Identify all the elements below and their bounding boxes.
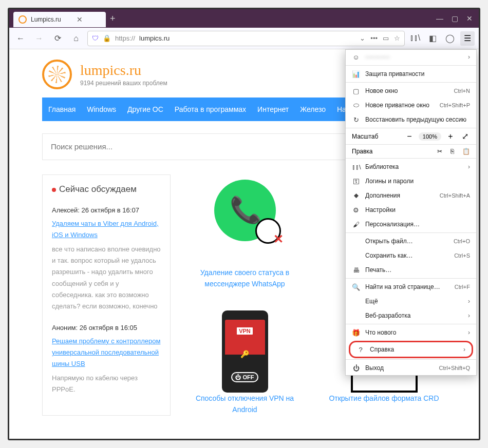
close-window-icon[interactable]: ✕ xyxy=(466,14,473,23)
comment-text: Напрямую по кабелю через PPPoE. xyxy=(52,373,161,395)
discuss-heading: Сейчас обсуждаем xyxy=(52,184,161,194)
chart-icon: 📊 xyxy=(352,70,360,78)
nav-item[interactable]: Интернет xyxy=(257,105,289,113)
zoom-value[interactable]: 100% xyxy=(419,132,441,141)
sidebar-icon[interactable]: ◧ xyxy=(426,33,439,43)
restore-icon: ↻ xyxy=(352,116,360,124)
new-tab-button[interactable]: + xyxy=(110,13,116,24)
comment-link[interactable]: Решаем проблему с контроллером универсал… xyxy=(52,337,160,367)
menu-logins[interactable]: ⚿Логины и пароли xyxy=(346,174,476,188)
back-button[interactable]: ← xyxy=(13,31,28,46)
search-icon: 🔍 xyxy=(352,283,360,291)
library-icon[interactable]: ⫿⫿\ xyxy=(409,33,421,43)
help-icon: ? xyxy=(356,346,365,354)
zoom-out-button[interactable]: − xyxy=(404,132,415,141)
article-title: Удаление своего статуса в мессенджере Wh… xyxy=(183,267,307,290)
comment-meta: Аноним: 26 октября в 16:05 xyxy=(52,322,161,334)
nav-item[interactable]: Железо xyxy=(300,105,326,113)
menu-help[interactable]: ?Справка› xyxy=(350,342,472,357)
menu-new-window[interactable]: ▢Новое окноCtrl+N xyxy=(346,84,476,98)
menu-more[interactable]: Ещё› xyxy=(346,294,476,308)
menu-edit: Правка ✂ ⎘ 📋 xyxy=(346,146,476,157)
home-button[interactable]: ⌂ xyxy=(69,31,83,46)
menu-zoom: Масштаб − 100% + ⤢ xyxy=(346,129,476,143)
close-icon[interactable]: ✕ xyxy=(77,15,83,24)
discussion-sidebar: Сейчас обсуждаем Алексей: 26 октября в 1… xyxy=(42,174,171,416)
print-icon: 🖶 xyxy=(352,266,360,274)
chevron-down-icon[interactable]: ⌄ xyxy=(360,34,365,42)
browser-window: Lumpics.ru ✕ + — ▢ ✕ ← → ⟳ ⌂ 🛡 🔒 https:/… xyxy=(8,8,480,440)
phone-vpn-icon: VPN🔑⏻ OFF xyxy=(222,310,268,393)
nav-item[interactable]: Главная xyxy=(48,105,76,113)
svg-point-0 xyxy=(19,16,26,23)
menu-find[interactable]: 🔍Найти на этой странице…Ctrl+F xyxy=(346,280,476,294)
nav-item[interactable]: Windows xyxy=(87,105,116,113)
menu-privacy[interactable]: 📊Защита приватности xyxy=(346,67,476,81)
window-icon: ▢ xyxy=(352,87,360,95)
fullscreen-icon[interactable]: ⤢ xyxy=(460,131,470,141)
account-icon[interactable]: ◯ xyxy=(444,33,456,43)
menu-account[interactable]: ☺————› xyxy=(346,50,476,64)
comment-link[interactable]: Удаляем чаты в Viber для Android, iOS и … xyxy=(52,220,159,239)
nav-item[interactable]: Работа в программах xyxy=(175,105,246,113)
zoom-in-button[interactable]: + xyxy=(445,132,456,141)
forward-button[interactable]: → xyxy=(32,31,46,46)
menu-addons[interactable]: ⯁ДополненияCtrl+Shift+A xyxy=(346,188,476,203)
url-host: lumpics.ru xyxy=(139,34,170,42)
reader-icon[interactable]: ▭ xyxy=(383,34,389,42)
hamburger-menu-button[interactable]: ☰ xyxy=(460,31,475,46)
gift-icon: 🎁 xyxy=(352,329,360,337)
menu-print[interactable]: 🖶Печать… xyxy=(346,263,476,277)
comment-meta: Алексей: 26 октября в 16:07 xyxy=(52,205,161,216)
menu-whatsnew[interactable]: 🎁Что нового› xyxy=(346,325,476,340)
menu-save-as[interactable]: Сохранить как…Ctrl+S xyxy=(346,248,476,263)
more-icon[interactable]: ••• xyxy=(370,34,378,42)
power-icon: ⏻ xyxy=(352,364,360,372)
lock-icon[interactable]: 🔒 xyxy=(103,34,111,42)
paste-icon[interactable]: 📋 xyxy=(462,148,470,155)
key-icon: ⚿ xyxy=(352,178,360,185)
menu-personalize[interactable]: 🖌Персонализация… xyxy=(346,217,476,231)
nav-item[interactable]: Другие ОС xyxy=(127,105,163,113)
puzzle-icon: ⯁ xyxy=(352,192,360,200)
tab-title: Lumpics.ru xyxy=(31,16,61,23)
article-title: Способы отключения VPN на Android xyxy=(183,393,307,416)
user-icon: ☺ xyxy=(352,53,360,61)
shield-icon[interactable]: 🛡 xyxy=(92,34,99,42)
star-icon[interactable]: ☆ xyxy=(394,34,400,42)
menu-settings[interactable]: ⚙Настройки xyxy=(346,203,476,217)
reload-button[interactable]: ⟳ xyxy=(50,31,65,46)
article-title: Открытие файлов формата CRD xyxy=(322,393,446,404)
site-logo-icon[interactable] xyxy=(42,60,72,89)
site-favicon-icon xyxy=(18,15,27,24)
url-prefix: https:// xyxy=(115,34,135,42)
article-card[interactable]: Удаление своего статуса в мессенджере Wh… xyxy=(183,174,307,290)
toolbar: ← → ⟳ ⌂ 🛡 🔒 https://lumpics.ru ⌄ ••• ▭ ☆… xyxy=(9,28,479,49)
menu-restore[interactable]: ↻Восстановить предыдущую сессию xyxy=(346,112,476,127)
article-card[interactable]: VPN🔑⏻ OFF Способы отключения VPN на Andr… xyxy=(183,310,307,416)
site-title[interactable]: lumpics.ru xyxy=(80,62,167,79)
library-icon: ⫿⫿\ xyxy=(352,163,360,171)
browser-tab[interactable]: Lumpics.ru ✕ xyxy=(13,12,106,27)
menu-new-private[interactable]: ⬭Новое приватное окноCtrl+Shift+P xyxy=(346,98,476,112)
minimize-icon[interactable]: — xyxy=(436,14,443,23)
menu-exit[interactable]: ⏻ВыходCtrl+Shift+Q xyxy=(346,361,476,375)
url-bar[interactable]: 🛡 🔒 https://lumpics.ru ⌄ ••• ▭ ☆ xyxy=(87,31,405,46)
whatsapp-icon xyxy=(214,180,276,241)
titlebar: Lumpics.ru ✕ + — ▢ ✕ xyxy=(9,9,479,28)
app-menu: ☺————› 📊Защита приватности ▢Новое окноCt… xyxy=(345,49,477,376)
gear-icon: ⚙ xyxy=(352,206,360,214)
maximize-icon[interactable]: ▢ xyxy=(452,14,458,23)
comment-text: все что написано вполне очевидно и так. … xyxy=(52,244,161,312)
copy-icon[interactable]: ⎘ xyxy=(451,148,454,155)
menu-open-file[interactable]: Открыть файл…Ctrl+O xyxy=(346,234,476,248)
menu-library[interactable]: ⫿⫿\Библиотека› xyxy=(346,160,476,174)
brush-icon: 🖌 xyxy=(352,221,360,228)
mask-icon: ⬭ xyxy=(352,101,360,109)
menu-webdev[interactable]: Веб-разработка› xyxy=(346,308,476,323)
cut-icon[interactable]: ✂ xyxy=(437,148,442,155)
site-subtitle: 9194 решений ваших проблем xyxy=(80,80,167,87)
